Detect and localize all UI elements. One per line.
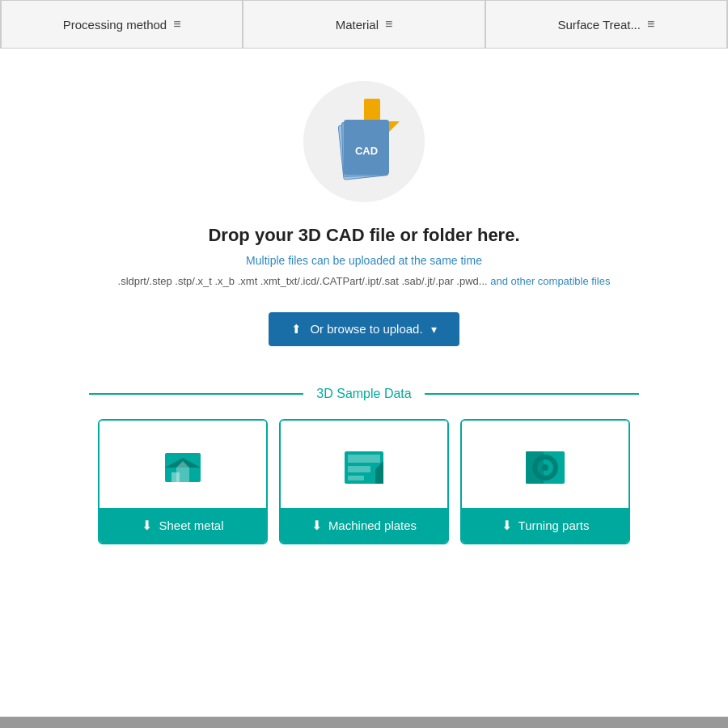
cad-page-front: CAD [344,120,389,175]
sheet-metal-icon-area [99,421,266,508]
cad-text-label: CAD [355,145,378,157]
sample-line-right [425,393,639,395]
svg-rect-2 [348,455,380,463]
machined-plates-icon-area [281,421,447,508]
sheet-metal-icon [159,443,207,492]
sample-card-sheet-metal[interactable]: ⬇ Sheet metal [98,419,268,544]
machined-plates-label-area: ⬇ Machined plates [281,508,447,543]
nav-label-surface-treat: Surface Treat... [557,18,641,32]
drop-formats: .sldprt/.step .stp/.x_t .x_b .xmt .xmt_t… [118,273,611,290]
svg-rect-4 [348,476,364,480]
turning-parts-icon-area [462,421,629,508]
bottom-bar [0,717,728,728]
cad-stack: CAD [328,105,400,178]
nav-label-processing-method: Processing method [63,18,167,32]
sample-title-row: 3D Sample Data [89,387,639,401]
drop-subtitle: Multiple files can be uploaded at the sa… [246,254,482,267]
nav-icon-processing-method: ≡ [173,17,180,32]
sample-cards: ⬇ Sheet metal ⬇ Machined [89,419,639,544]
machined-plates-label: Machined plates [328,518,417,532]
turning-parts-icon [521,443,569,492]
nav-icon-material: ≡ [385,17,392,32]
arrow-shaft [364,99,380,121]
turning-parts-label: Turning parts [518,518,590,532]
nav-item-material[interactable]: Material ≡ [243,1,484,48]
nav-item-processing-method[interactable]: Processing method ≡ [2,1,242,48]
nav-icon-surface-treat: ≡ [647,17,654,32]
browse-upload-icon: ⬆ [291,322,302,336]
nav-item-surface-treat[interactable]: Surface Treat... ≡ [486,1,726,48]
turning-parts-download-icon: ⬇ [502,518,512,533]
machined-plates-download-icon: ⬇ [311,518,322,533]
turning-parts-label-area: ⬇ Turning parts [462,508,629,543]
sample-section: 3D Sample Data ⬇ Sheet metal [89,387,639,544]
browse-chevron-icon: ▾ [431,323,437,336]
nav-label-material: Material [336,18,379,32]
sample-title: 3D Sample Data [303,387,424,401]
sample-line-left [89,393,303,395]
upload-icon-area: CAD [303,81,425,202]
main-content: CAD Drop your 3D CAD file or folder here… [0,49,728,577]
browse-label: Or browse to upload. [310,322,422,336]
sample-card-machined-plates[interactable]: ⬇ Machined plates [279,419,449,544]
nav-bar: Processing method ≡ Material ≡ Surface T… [0,0,728,49]
formats-text: .sldprt/.step .stp/.x_t .x_b .xmt .xmt_t… [118,275,488,287]
sheet-metal-label: Sheet metal [159,518,223,532]
formats-link[interactable]: and other compatible files [490,275,610,287]
svg-rect-3 [348,466,370,472]
browse-button[interactable]: ⬆ Or browse to upload. ▾ [269,312,459,346]
sample-card-turning-parts[interactable]: ⬇ Turning parts [460,419,630,544]
sheet-metal-download-icon: ⬇ [142,518,152,533]
sheet-metal-label-area: ⬇ Sheet metal [99,508,266,543]
drop-title: Drop your 3D CAD file or folder here. [208,225,519,246]
machined-plates-icon [340,443,388,492]
